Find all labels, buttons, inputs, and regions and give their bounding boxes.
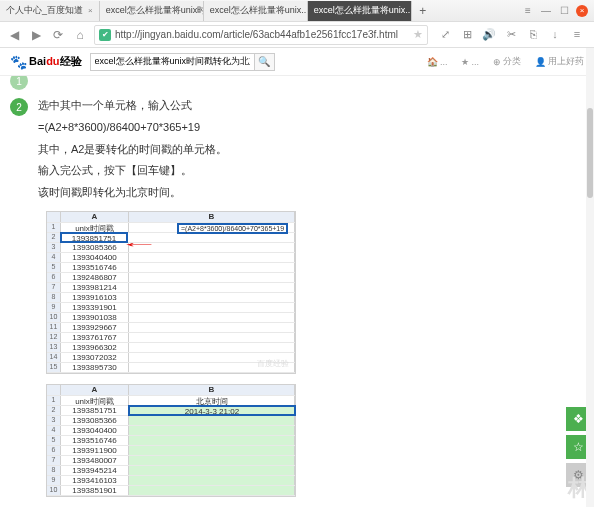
close-button[interactable]: × [576,5,588,17]
url-text: http://jingyan.baidu.com/article/63acb44… [115,29,409,40]
tab-3-active[interactable]: excel怎么样批量将unix...× [308,1,412,21]
site-icon: ✔ [99,29,111,41]
forward-button[interactable]: ▶ [28,27,44,43]
formula-overlay: =(A2+8*3600)/86400+70*365+19 [177,223,288,234]
search-button[interactable]: 🔍 [255,53,275,71]
tool-icon-3[interactable]: ✂ [504,28,518,41]
minimize-button[interactable]: — [540,5,552,17]
step2-formula: =(A2+8*3600)/86400+70*365+19 [38,118,594,138]
search-input[interactable] [90,53,255,71]
arrow-icon: ← [118,236,160,252]
bookmark-icon[interactable]: ★ [413,28,423,41]
step2-line3: 其中，A2是要转化的时间戳的单元格。 [38,140,594,160]
screenshot-sheet-1: AB 1unix时间戳北京时间 =(A2+8*3600)/86400+70*36… [46,211,296,374]
browser-toolbar: ◀ ▶ ⟳ ⌂ ✔ http://jingyan.baidu.com/artic… [0,22,594,48]
watermark: 百度经验 [257,358,289,369]
tab-0[interactable]: 个人中心_百度知道× [0,1,100,21]
step-2-badge: 2 [10,98,28,116]
titlebar: 个人中心_百度知道× excel怎么样批量将unix时...× excel怎么样… [0,0,594,22]
hdr-link-1[interactable]: ★... [461,55,479,68]
paw-icon: 🐾 [10,54,27,70]
article-content: 1 2 选中其中一个单元格，输入公式 =(A2+8*3600)/86400+70… [0,76,594,507]
address-bar[interactable]: ✔ http://jingyan.baidu.com/article/63acb… [94,25,428,45]
tab-1[interactable]: excel怎么样批量将unix时...× [100,1,204,21]
tool-icon-1[interactable]: ⊞ [460,28,474,41]
page-header: 🐾 Baidu经验 🔍 🏠... ★... ⊕分类 👤用上好药 [0,48,594,76]
reload-button[interactable]: ⟳ [50,27,66,43]
step2-line4: 输入完公式，按下【回车键】。 [38,161,594,181]
scrollbar[interactable] [586,48,594,507]
hdr-link-3[interactable]: 👤用上好药 [535,55,584,68]
new-tab-button[interactable]: + [412,4,434,18]
tab-2[interactable]: excel怎么样批量将unix...× [204,1,308,21]
screenshot-sheet-2: AB 1unix时间戳北京时间 213938517512014-3-3 21:0… [46,384,296,497]
home-button[interactable]: ⌂ [72,27,88,43]
tool-icon-5[interactable]: ↓ [548,28,562,41]
hdr-link-0[interactable]: 🏠... [427,55,448,68]
scroll-thumb[interactable] [587,108,593,198]
step2-line1: 选中其中一个单元格，输入公式 [38,96,594,116]
tool-icon-4[interactable]: ⎘ [526,28,540,41]
step-1-badge: 1 [10,76,28,90]
step2-line5: 该时间戳即转化为北京时间。 [38,183,594,203]
menu-icon[interactable]: ≡ [522,5,534,17]
hdr-link-2[interactable]: ⊕分类 [493,55,521,68]
back-button[interactable]: ◀ [6,27,22,43]
tool-icon-6[interactable]: ≡ [570,28,584,41]
close-icon[interactable]: × [88,6,93,15]
logo[interactable]: 🐾 Baidu经验 [10,54,82,70]
tool-icon-2[interactable]: 🔊 [482,28,496,41]
tool-icon-0[interactable]: ⤢ [438,28,452,41]
maximize-button[interactable]: ☐ [558,5,570,17]
